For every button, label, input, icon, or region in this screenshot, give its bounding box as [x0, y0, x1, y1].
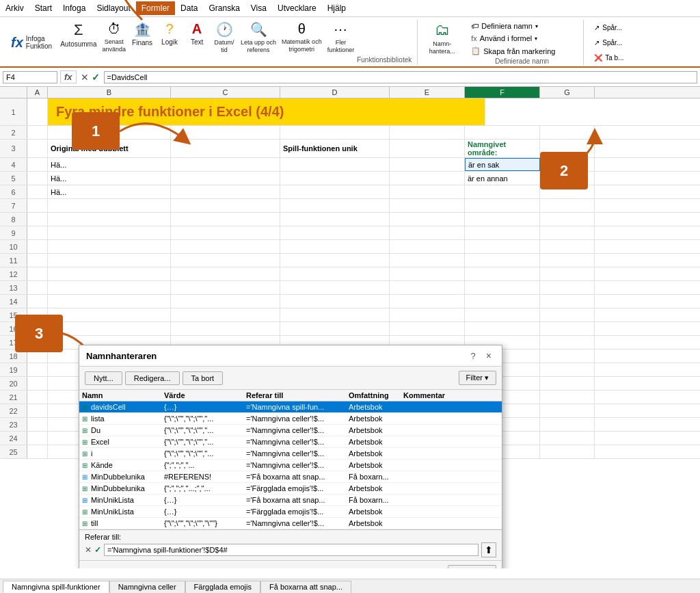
- cell-b11[interactable]: [48, 254, 171, 267]
- dialog-table-row[interactable]: ⊞ MinDubbelunika {";",";","...;","... ='…: [79, 483, 502, 495]
- cell-c8[interactable]: [171, 213, 280, 226]
- cell-d11[interactable]: [280, 254, 390, 267]
- cell-b5[interactable]: Hä...: [48, 172, 171, 185]
- cell-f11[interactable]: [465, 254, 540, 267]
- cell-f10[interactable]: [465, 240, 540, 253]
- cell-f3[interactable]: Namngivet område:: [465, 140, 540, 157]
- spar1-btn[interactable]: ↗ Spår...: [589, 22, 628, 34]
- cell-f4[interactable]: är en sak: [465, 158, 540, 171]
- col-header-d[interactable]: D: [280, 87, 390, 98]
- filter-btn[interactable]: Filter ▾: [459, 371, 497, 385]
- cell-b15[interactable]: [48, 308, 171, 321]
- cell-e15[interactable]: [390, 308, 465, 321]
- dialog-table-row[interactable]: ⊞ i {"\";\"","\";\"","... ='Namngivna ce…: [79, 448, 502, 460]
- refbar-cancel-icon[interactable]: ✕: [85, 545, 92, 555]
- menu-arkiv[interactable]: Arkiv: [0, 1, 29, 15]
- cell-f2[interactable]: [465, 126, 540, 139]
- refbar-confirm-icon[interactable]: ✓: [94, 545, 101, 555]
- redigera-btn[interactable]: Redigera...: [125, 371, 180, 385]
- cell-d6[interactable]: [280, 185, 390, 198]
- cell-d13[interactable]: [280, 281, 390, 294]
- cell-d15[interactable]: [280, 308, 390, 321]
- cell-a23[interactable]: [27, 418, 48, 431]
- sheet-tab-1[interactable]: Namngivna spill-funktioner: [3, 581, 109, 593]
- cell-c15[interactable]: [171, 308, 280, 321]
- cell-a8[interactable]: [27, 213, 48, 226]
- cell-e12[interactable]: [390, 267, 465, 280]
- cell-g7[interactable]: [540, 199, 595, 212]
- cell-a20[interactable]: [27, 377, 48, 390]
- menu-hjalp[interactable]: Hjälp: [322, 1, 351, 15]
- cell-e14[interactable]: [390, 295, 465, 308]
- cell-b4[interactable]: Hä...: [48, 158, 171, 171]
- cell-f8[interactable]: [465, 213, 540, 226]
- cell-d10[interactable]: [280, 240, 390, 253]
- cell-g15[interactable]: [540, 308, 595, 321]
- sheet-tab-3[interactable]: Färgglada emojis: [185, 581, 260, 593]
- cell-e5[interactable]: [390, 172, 465, 185]
- dialog-table-row[interactable]: ⊞ davidsCell {…} ='Namngivna spill-fun..…: [79, 401, 502, 413]
- cell-c3[interactable]: [171, 140, 280, 157]
- cell-a19[interactable]: [27, 363, 48, 376]
- dialog-close-icon[interactable]: ×: [483, 350, 495, 362]
- cell-e11[interactable]: [390, 254, 465, 267]
- cell-d16[interactable]: [280, 322, 390, 335]
- namnhanteraren-btn[interactable]: 🗂 Namn-hantera...: [423, 20, 461, 65]
- cell-a24[interactable]: [27, 432, 48, 445]
- dialog-help-icon[interactable]: ?: [471, 351, 476, 361]
- cell-a7[interactable]: [27, 199, 48, 212]
- cell-f7[interactable]: [465, 199, 540, 212]
- cell-e6[interactable]: [390, 185, 465, 198]
- nytt-btn[interactable]: Nytt...: [85, 371, 122, 385]
- cell-f14[interactable]: [465, 295, 540, 308]
- cell-a5[interactable]: [27, 172, 48, 185]
- sheet-tab-4[interactable]: Få boxarna att snap...: [260, 581, 351, 593]
- menu-start[interactable]: Start: [29, 1, 57, 15]
- dialog-table-row[interactable]: ⊞ Excel {"\";\"","\";\"","... ='Namngivn…: [79, 436, 502, 448]
- cell-e3[interactable]: [390, 140, 465, 157]
- menu-formler[interactable]: Formler: [136, 1, 175, 15]
- cell-a12[interactable]: [27, 267, 48, 280]
- cell-g12[interactable]: [540, 267, 595, 280]
- dialog-table-row[interactable]: ⊞ MinUnikLista {…} ='Färgglada emojis'!$…: [79, 506, 502, 518]
- infoga-funktion-btn[interactable]: fx Infoga Funktion: [5, 20, 57, 65]
- dialog-table-row[interactable]: ⊞ lista {"\";\"","\";\"","... ='Namngivn…: [79, 413, 502, 425]
- cell-d2[interactable]: [280, 126, 390, 139]
- confirm-formula-icon[interactable]: ✓: [92, 72, 100, 83]
- cell-c12[interactable]: [171, 267, 280, 280]
- cell-c2[interactable]: [171, 126, 280, 139]
- cancel-formula-icon[interactable]: ✕: [81, 72, 89, 83]
- cell-e10[interactable]: [390, 240, 465, 253]
- cell-d3[interactable]: Spill-funktionen unik: [280, 140, 390, 157]
- cell-g2[interactable]: [540, 126, 595, 139]
- cell-c11[interactable]: [171, 254, 280, 267]
- anvand-i-formel-btn[interactable]: fx Använd i formel ▾: [466, 32, 578, 44]
- menu-granska[interactable]: Granska: [203, 1, 245, 15]
- dialog-table-row[interactable]: ⊞ till {"\";\"","\";\"","\""} ='Namngivn…: [79, 518, 502, 529]
- cell-a22[interactable]: [27, 404, 48, 417]
- cell-b12[interactable]: [48, 267, 171, 280]
- cell-a2[interactable]: [27, 126, 48, 139]
- cell-c14[interactable]: [171, 295, 280, 308]
- cell-d14[interactable]: [280, 295, 390, 308]
- menu-sidlayout[interactable]: Sidlayout: [91, 1, 135, 15]
- cell-c9[interactable]: [171, 226, 280, 239]
- cell-a6[interactable]: [27, 185, 48, 198]
- cell-b9[interactable]: [48, 226, 171, 239]
- col-header-b[interactable]: B: [48, 87, 171, 98]
- col-header-c[interactable]: C: [171, 87, 280, 98]
- cell-g20[interactable]: [540, 377, 595, 390]
- senast-anvanda-btn[interactable]: ⏱ Senastanvända: [100, 20, 129, 65]
- cell-e13[interactable]: [390, 281, 465, 294]
- matematik-btn[interactable]: θ Matematik ochtrigometri: [279, 20, 325, 65]
- cell-d4[interactable]: [280, 158, 390, 171]
- autosumma-btn[interactable]: Σ Autosumma: [57, 20, 99, 65]
- cell-g19[interactable]: [540, 363, 595, 376]
- cell-d9[interactable]: [280, 226, 390, 239]
- dialog-table-row[interactable]: ⊞ Du {"\";\"","\";\"","... ='Namngivna c…: [79, 425, 502, 436]
- datum-tid-btn[interactable]: 🕐 Datum/tid: [211, 20, 238, 65]
- cell-f6[interactable]: [465, 185, 540, 198]
- cell-g10[interactable]: [540, 240, 595, 253]
- cell-g21[interactable]: [540, 391, 595, 404]
- cell-b6[interactable]: Hä...: [48, 185, 171, 198]
